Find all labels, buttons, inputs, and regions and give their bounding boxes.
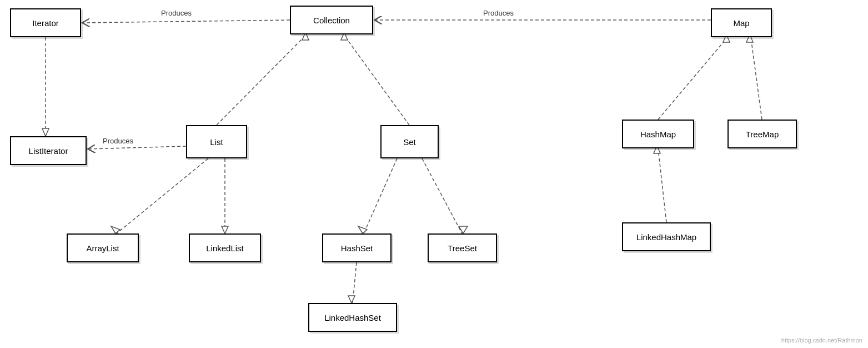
diagram-svg: Produces Produces Produces bbox=[0, 0, 868, 348]
svg-line-24 bbox=[422, 158, 462, 233]
node-treemap: TreeMap bbox=[727, 120, 797, 148]
svg-marker-17 bbox=[42, 128, 49, 136]
svg-text:Produces: Produces bbox=[161, 9, 192, 17]
node-iterator: Iterator bbox=[10, 8, 81, 37]
svg-text:Produces: Produces bbox=[103, 137, 133, 145]
node-set: Set bbox=[380, 125, 439, 158]
svg-line-18 bbox=[117, 158, 208, 233]
svg-marker-19 bbox=[111, 226, 120, 233]
svg-line-22 bbox=[364, 158, 397, 233]
svg-line-0 bbox=[82, 20, 290, 23]
node-hashmap: HashMap bbox=[622, 120, 694, 148]
svg-text:Produces: Produces bbox=[483, 9, 514, 17]
node-collection: Collection bbox=[290, 6, 373, 34]
node-linkedhashmap: LinkedHashMap bbox=[622, 222, 711, 251]
svg-line-6 bbox=[217, 36, 305, 125]
node-list-iterator: ListIterator bbox=[10, 136, 87, 165]
node-arraylist: ArrayList bbox=[67, 233, 139, 262]
svg-marker-21 bbox=[222, 226, 228, 233]
node-map: Map bbox=[711, 8, 772, 37]
node-hashset: HashSet bbox=[322, 233, 392, 262]
node-treeset: TreeSet bbox=[428, 233, 497, 262]
node-linkedhashset: LinkedHashSet bbox=[308, 303, 397, 332]
svg-line-10 bbox=[658, 37, 727, 120]
svg-line-4 bbox=[88, 146, 186, 149]
svg-marker-23 bbox=[358, 226, 367, 233]
node-list: List bbox=[186, 125, 247, 158]
node-linkedlist: LinkedList bbox=[189, 233, 261, 262]
svg-line-26 bbox=[353, 262, 357, 303]
watermark: https://blog.csdn.net/Rathmon bbox=[781, 337, 862, 344]
svg-line-12 bbox=[751, 37, 762, 120]
svg-marker-27 bbox=[348, 296, 355, 303]
svg-line-8 bbox=[344, 36, 409, 125]
diagram-container: Produces Produces Produces bbox=[0, 0, 868, 348]
svg-line-14 bbox=[658, 148, 666, 222]
svg-marker-25 bbox=[459, 226, 468, 233]
